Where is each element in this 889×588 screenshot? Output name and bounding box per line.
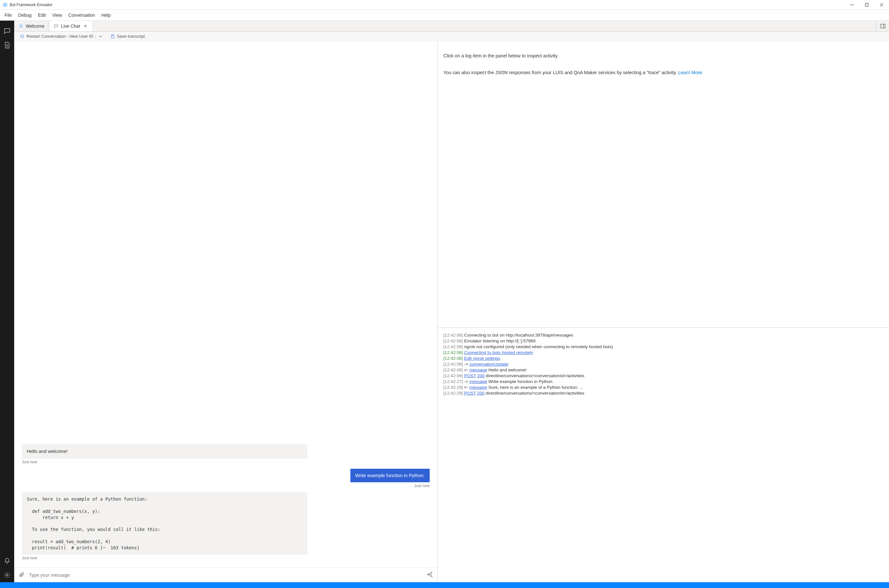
log-timestamp: [12:42:06] bbox=[444, 373, 464, 378]
log-timestamp: [12:42:06] bbox=[444, 333, 464, 338]
save-transcript-button[interactable]: Save transcript bbox=[111, 34, 145, 39]
log-link[interactable]: 200 bbox=[477, 373, 484, 378]
sidebar bbox=[0, 21, 14, 582]
app-title: Bot Framework Emulator bbox=[10, 3, 52, 7]
target-icon bbox=[19, 24, 23, 28]
log-line[interactable]: [12:42:06] Connecting to bot on http://l… bbox=[444, 332, 883, 338]
log-text: directline/conversations/<conversationId… bbox=[484, 391, 585, 396]
log-timestamp: [12:42:06] bbox=[444, 350, 464, 355]
bot-message[interactable]: Sure, here is an example of a Python fun… bbox=[22, 493, 430, 560]
svg-point-4 bbox=[6, 574, 8, 576]
speech-bubble-icon bbox=[54, 24, 58, 28]
log-timestamp: [12:42:06] bbox=[444, 339, 464, 344]
svg-rect-3 bbox=[865, 3, 868, 6]
message-bubble: Sure, here is an example of a Python fun… bbox=[22, 493, 307, 555]
bot-message[interactable]: Hello and welcome!Just now bbox=[22, 444, 430, 464]
attach-button[interactable] bbox=[19, 572, 24, 579]
tab-bar: WelcomeLive Chat✕ bbox=[14, 21, 889, 32]
log-line[interactable]: [12:42:06] -> conversationUpdate bbox=[444, 362, 883, 367]
log-link[interactable]: POST bbox=[464, 373, 476, 378]
log-line[interactable]: [12:42:27] -> message Write example func… bbox=[444, 379, 883, 385]
message-bubble: Write example function in Python. bbox=[350, 469, 430, 482]
log-line[interactable]: [12:42:06] Emulator listening on http://… bbox=[444, 338, 883, 344]
log-line[interactable]: [12:42:06] Connecting to bots hosted rem… bbox=[444, 350, 883, 356]
sidebar-chat-button[interactable] bbox=[0, 24, 14, 38]
log-text: Connecting to bot on http://localhost:39… bbox=[464, 333, 573, 338]
window-maximize-button[interactable] bbox=[859, 0, 874, 10]
menu-help[interactable]: Help bbox=[98, 10, 114, 20]
save-icon bbox=[111, 34, 115, 39]
log-timestamp: [12:42:06] bbox=[444, 368, 464, 372]
user-message[interactable]: Write example function in Python.Just no… bbox=[22, 469, 430, 488]
log-line[interactable]: [12:42:06] Edit ngrok settings bbox=[444, 356, 883, 362]
title-bar: Bot Framework Emulator bbox=[0, 0, 889, 10]
log-link[interactable]: Edit ngrok settings bbox=[464, 356, 500, 361]
window-close-button[interactable] bbox=[874, 0, 889, 10]
log-link[interactable]: conversationUpdate bbox=[469, 362, 508, 366]
log-text: Write example function in Python. bbox=[487, 379, 553, 384]
log-link[interactable]: message bbox=[469, 379, 487, 384]
inspector-panel: Click on a log item in the panel below t… bbox=[438, 41, 889, 328]
log-panel[interactable]: [12:42:06] Connecting to bot on http://l… bbox=[438, 328, 889, 582]
sidebar-resources-button[interactable] bbox=[0, 38, 14, 52]
menu-conversation[interactable]: Conversation bbox=[65, 10, 98, 20]
save-transcript-label: Save transcript bbox=[117, 34, 145, 39]
log-text: -> bbox=[464, 379, 469, 384]
log-link[interactable]: 200 bbox=[477, 391, 484, 396]
log-line[interactable]: [12:42:06] ngrok not configured (only ne… bbox=[444, 344, 883, 350]
menu-debug[interactable]: Debug bbox=[15, 10, 35, 20]
menu-file[interactable]: File bbox=[1, 10, 15, 20]
sidebar-settings-button[interactable] bbox=[0, 568, 14, 582]
inspector-hint-1: Click on a log item in the panel below t… bbox=[444, 52, 883, 60]
log-text: directline/conversations/<conversationId… bbox=[484, 373, 585, 378]
log-link[interactable]: POST bbox=[464, 391, 476, 396]
bell-icon bbox=[3, 557, 10, 564]
send-button[interactable] bbox=[426, 571, 433, 579]
log-link[interactable]: message bbox=[469, 385, 487, 390]
chevron-down-icon[interactable] bbox=[98, 34, 103, 39]
svg-point-6 bbox=[20, 26, 22, 27]
inspector-learn-more-link[interactable]: Learn More. bbox=[678, 70, 703, 75]
log-text: ngrok not configured (only needed when c… bbox=[464, 344, 613, 349]
tab-close-button[interactable]: ✕ bbox=[82, 23, 88, 29]
status-bar bbox=[0, 582, 889, 588]
menu-view[interactable]: View bbox=[49, 10, 65, 20]
svg-rect-7 bbox=[881, 24, 885, 28]
menu-bar: FileDebugEditViewConversationHelp bbox=[0, 10, 889, 21]
restart-split-divider: | bbox=[95, 34, 96, 39]
message-bubble: Hello and welcome! bbox=[22, 444, 307, 458]
tab-live-chat[interactable]: Live Chat✕ bbox=[49, 21, 93, 31]
log-line[interactable]: [12:42:29] <- message Sure, here is an e… bbox=[444, 385, 883, 390]
log-line[interactable]: [12:42:29] POST 200 directline/conversat… bbox=[444, 390, 883, 396]
chat-scroll[interactable]: Hello and welcome!Just nowWrite example … bbox=[14, 41, 438, 567]
log-line[interactable]: [12:42:06] <- message Hello and welcome! bbox=[444, 367, 883, 373]
speech-bubble-icon bbox=[3, 27, 10, 34]
log-line[interactable]: [12:42:06] POST 200 directline/conversat… bbox=[444, 373, 883, 379]
split-container: Hello and welcome!Just nowWrite example … bbox=[14, 41, 889, 582]
restart-conversation-button[interactable]: Restart Conversation - New User ID | bbox=[20, 34, 103, 39]
log-timestamp: [12:42:06] bbox=[444, 356, 464, 361]
log-link[interactable]: message bbox=[469, 368, 487, 372]
log-timestamp: [12:42:29] bbox=[444, 391, 464, 396]
maximize-icon bbox=[865, 3, 868, 6]
message-timestamp: Just now bbox=[22, 460, 430, 464]
log-text: <- bbox=[464, 368, 469, 372]
log-text: Hello and welcome! bbox=[487, 368, 526, 372]
sidebar-notifications-button[interactable] bbox=[0, 554, 14, 568]
log-text: -> bbox=[464, 362, 469, 366]
panel-layout-toggle[interactable] bbox=[876, 21, 889, 31]
log-timestamp: [12:42:06] bbox=[444, 344, 464, 349]
right-pane: Click on a log item in the panel below t… bbox=[438, 41, 889, 582]
chat-input-row bbox=[14, 567, 438, 582]
svg-point-2 bbox=[5, 4, 6, 5]
message-input[interactable] bbox=[29, 573, 422, 578]
send-icon bbox=[426, 571, 433, 578]
window-minimize-button[interactable] bbox=[844, 0, 859, 10]
log-text: Emulator listening on http://[::]:57969 bbox=[464, 339, 535, 344]
log-link[interactable]: Connecting to bots hosted remotely bbox=[464, 350, 533, 355]
menu-edit[interactable]: Edit bbox=[35, 10, 49, 20]
tab-label: Live Chat bbox=[61, 24, 80, 29]
tab-welcome[interactable]: Welcome bbox=[14, 21, 49, 31]
conversation-toolbar: Restart Conversation - New User ID | Sav… bbox=[14, 32, 889, 41]
paperclip-icon bbox=[19, 572, 24, 578]
